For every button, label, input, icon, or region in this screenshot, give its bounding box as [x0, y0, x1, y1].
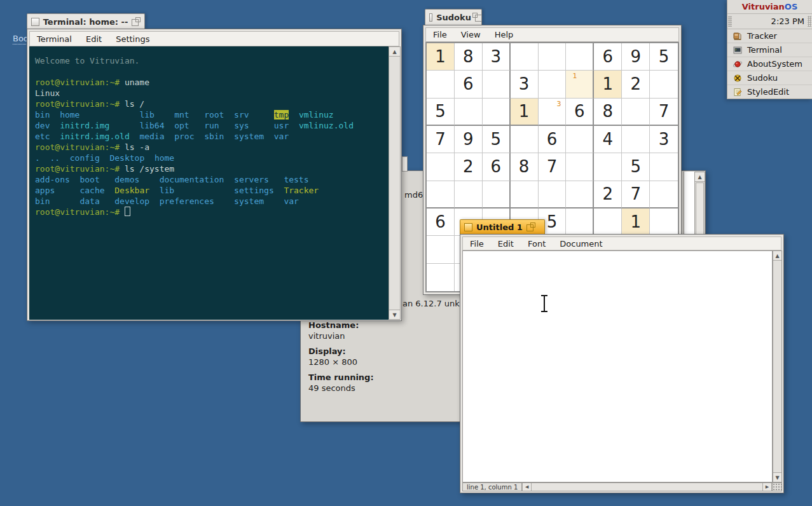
sudoku-cell-r3c4[interactable]: 1 — [511, 99, 539, 126]
sudoku-cell-r7c1[interactable]: 6 — [427, 209, 455, 236]
sudoku-cell-r1c1[interactable]: 1 — [427, 43, 455, 71]
sudoku-cell-r1c4[interactable] — [511, 43, 539, 71]
sudoku-cell-r4c1[interactable]: 7 — [427, 126, 455, 153]
terminal-menu-edit[interactable]: Edit — [79, 34, 109, 44]
deskbar-item-sudoku[interactable]: Sudoku — [727, 71, 812, 85]
sudoku-cell-r7c6[interactable] — [566, 209, 594, 236]
sudoku-cell-r3c5[interactable]: 3 — [539, 99, 567, 126]
sudoku-cell-r4c9[interactable]: 3 — [650, 126, 678, 153]
sudoku-cell-r4c6[interactable] — [566, 126, 594, 153]
zoom-icon[interactable] — [526, 222, 535, 231]
deskbar-item-terminal[interactable]: Terminal — [727, 43, 812, 57]
sudoku-cell-r8c1[interactable] — [427, 236, 455, 263]
sudoku-cell-r4c7[interactable]: 4 — [594, 126, 622, 153]
zoom-icon[interactable] — [132, 17, 141, 26]
sudoku-cell-r2c7[interactable]: 1 — [594, 71, 622, 98]
sudoku-cell-r2c4[interactable]: 3 — [511, 71, 539, 98]
clock[interactable]: 2:23 PM — [733, 17, 807, 26]
stylededit-menu-file[interactable]: File — [463, 239, 491, 249]
sudoku-menu-file[interactable]: File — [426, 30, 454, 39]
sudoku-cell-r3c1[interactable]: 5 — [427, 99, 455, 126]
close-icon[interactable] — [31, 18, 39, 26]
text-editor-area[interactable] — [462, 250, 773, 482]
close-icon[interactable] — [464, 223, 472, 231]
sudoku-cell-r6c8[interactable]: 7 — [622, 181, 650, 209]
sudoku-cell-r1c9[interactable]: 5 — [650, 43, 678, 71]
sudoku-cell-r3c7[interactable]: 8 — [594, 99, 622, 126]
sudoku-cell-r6c2[interactable] — [455, 181, 483, 209]
sudoku-cell-r2c6[interactable]: 1 — [566, 71, 594, 98]
scroll-up-icon[interactable]: ▲ — [773, 251, 781, 261]
editor-vertical-scrollbar[interactable]: ▲ ▼ — [773, 250, 782, 482]
sudoku-cell-r6c7[interactable]: 2 — [594, 181, 622, 209]
sudoku-cell-r9c1[interactable] — [427, 264, 455, 291]
scroll-down-icon[interactable]: ▼ — [389, 310, 400, 319]
sudoku-cell-r7c8[interactable]: 1 — [622, 209, 650, 236]
sudoku-cell-r1c8[interactable]: 9 — [622, 43, 650, 71]
close-icon[interactable] — [429, 13, 432, 22]
sudoku-cell-r1c6[interactable] — [566, 43, 594, 71]
sudoku-cell-r3c3[interactable] — [483, 99, 511, 126]
sudoku-cell-r1c3[interactable]: 3 — [483, 43, 511, 71]
scroll-right-icon[interactable]: ▶ — [762, 483, 772, 491]
sudoku-cell-r6c6[interactable] — [566, 181, 594, 209]
sudoku-cell-r6c1[interactable] — [427, 181, 455, 209]
sudoku-cell-r1c5[interactable] — [539, 43, 567, 71]
tray-drag-handle[interactable] — [728, 16, 732, 27]
terminal-window[interactable]: TerminalEditSettings Welcome to Vitruvia… — [27, 29, 402, 321]
deskbar-item-aboutsystem[interactable]: AboutSystem — [727, 57, 812, 71]
sudoku-cell-r5c6[interactable] — [566, 153, 594, 181]
sudoku-cell-r7c7[interactable] — [594, 209, 622, 236]
sudoku-cell-r5c9[interactable] — [650, 153, 678, 181]
sudoku-cell-r3c6[interactable]: 6 — [566, 99, 594, 126]
sudoku-menu-view[interactable]: View — [454, 30, 488, 39]
terminal-scrollbar[interactable]: ▲ ▼ — [389, 46, 401, 320]
deskbar-item-stylededit[interactable]: StyledEdit — [727, 85, 812, 99]
sudoku-cell-r6c9[interactable] — [650, 181, 678, 209]
stylededit-menu-edit[interactable]: Edit — [491, 239, 521, 249]
sudoku-cell-r6c5[interactable] — [539, 181, 567, 209]
sudoku-cell-r3c2[interactable] — [455, 99, 483, 126]
tray-drag-handle[interactable] — [808, 16, 811, 27]
stylededit-menu-document[interactable]: Document — [553, 239, 609, 249]
terminal-window-tab[interactable]: Terminal: home: -- — [27, 13, 145, 29]
sudoku-window-tab[interactable]: Sudoku — [425, 9, 482, 25]
sudoku-cell-r2c9[interactable] — [650, 71, 678, 98]
deskbar-item-tracker[interactable]: Tracker — [727, 29, 812, 43]
sudoku-cell-r5c5[interactable]: 7 — [539, 153, 567, 181]
sudoku-cell-r3c9[interactable]: 7 — [650, 99, 678, 126]
sudoku-cell-r5c4[interactable]: 8 — [511, 153, 539, 181]
terminal-menu-terminal[interactable]: Terminal — [30, 34, 79, 44]
scroll-down-icon[interactable]: ▼ — [773, 472, 781, 482]
horizontal-scrollbar-track[interactable] — [532, 483, 762, 491]
sudoku-cell-r2c5[interactable] — [539, 71, 567, 98]
sudoku-cell-r2c3[interactable] — [483, 71, 511, 98]
scroll-left-icon[interactable]: ◀ — [522, 483, 532, 491]
deskbar-menu-button[interactable]: VitruvianOS — [727, 0, 812, 14]
sudoku-cell-r2c8[interactable]: 2 — [622, 71, 650, 98]
sudoku-cell-r4c3[interactable]: 5 — [483, 126, 511, 153]
terminal-menu-settings[interactable]: Settings — [109, 34, 156, 44]
terminal-output[interactable]: Welcome to Vitruvian. root@vitruvian:~# … — [29, 46, 389, 320]
sudoku-cell-r5c7[interactable] — [594, 153, 622, 181]
zoom-icon[interactable] — [475, 13, 478, 22]
sudoku-cell-r5c2[interactable]: 2 — [455, 153, 483, 181]
sudoku-cell-r4c2[interactable]: 9 — [455, 126, 483, 153]
sudoku-cell-r4c5[interactable]: 6 — [539, 126, 567, 153]
sudoku-cell-r4c8[interactable] — [622, 126, 650, 153]
sudoku-cell-r7c9[interactable] — [650, 209, 678, 236]
stylededit-window[interactable]: FileEditFontDocument ▲ ▼ line 1, column … — [460, 234, 784, 493]
sudoku-cell-r4c4[interactable] — [511, 126, 539, 153]
stylededit-window-tab[interactable]: Untitled 1 — [460, 219, 545, 234]
stylededit-menu-font[interactable]: Font — [521, 239, 553, 249]
sudoku-cell-r3c8[interactable] — [622, 99, 650, 126]
scroll-up-icon[interactable]: ▲ — [389, 47, 400, 57]
sudoku-menu-help[interactable]: Help — [488, 30, 521, 39]
sudoku-cell-r6c3[interactable] — [483, 181, 511, 209]
sudoku-cell-r1c2[interactable]: 8 — [455, 43, 483, 71]
scroll-up-icon[interactable]: ▲ — [695, 172, 705, 182]
resize-grip[interactable] — [772, 483, 781, 491]
sudoku-cell-r2c2[interactable]: 6 — [455, 71, 483, 98]
sudoku-cell-r1c7[interactable]: 6 — [594, 43, 622, 71]
sudoku-cell-r6c4[interactable] — [511, 181, 539, 209]
